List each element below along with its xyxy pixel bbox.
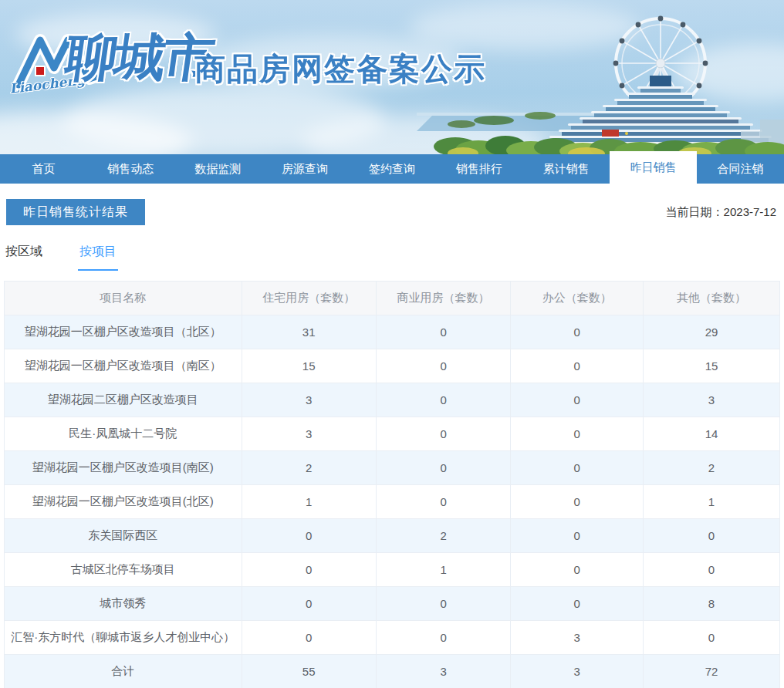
cell-other-units: 15 — [644, 349, 780, 383]
cell-project-name: 望湖花园一区棚户区改造项目(北区) — [5, 485, 242, 519]
cell-commercial-units: 0 — [376, 451, 510, 485]
cell-commercial-units: 0 — [376, 485, 510, 519]
nav-item-data-monitor[interactable]: 数据监测 — [174, 154, 262, 184]
cell-other-units: 29 — [644, 315, 780, 349]
cell-other-units: 0 — [644, 621, 780, 655]
cell-project-name: 古城区北停车场项目 — [5, 553, 242, 587]
table-row: 城市领秀 0 0 0 8 — [5, 587, 780, 621]
cell-commercial-units: 0 — [376, 621, 510, 655]
cell-residential-units: 55 — [242, 655, 376, 688]
current-date: 当前日期：2023-7-12 — [666, 205, 778, 220]
cell-residential-units: 2 — [242, 451, 376, 485]
nav-item-label: 销售动态 — [107, 162, 154, 177]
banner-title: 商品房网签备案公示 — [194, 48, 486, 90]
column-header: 办公（套数） — [511, 282, 644, 315]
cell-residential-units: 15 — [242, 349, 376, 383]
column-header: 其他（套数） — [644, 282, 780, 315]
yesterday-sales-table: 项目名称 住宅用房（套数） 商业用房（套数） 办公（套数） 其他（套数） 望湖花… — [4, 281, 780, 688]
nav-item-label: 累计销售 — [543, 162, 590, 177]
current-date-label: 当前日期： — [666, 205, 724, 218]
cell-commercial-units: 0 — [376, 417, 510, 451]
cell-project-name: 民生·凤凰城十二号院 — [5, 417, 242, 451]
header-banner: Liaocheng 聊城市 商品房网签备案公示 — [0, 0, 784, 154]
nav-item-contract-cancel[interactable]: 合同注销 — [697, 154, 784, 184]
cell-project-name: 望湖花园二区棚户区改造项目 — [5, 383, 242, 417]
tab-by-region[interactable]: 按区域 — [4, 244, 44, 271]
cell-other-units: 3 — [644, 383, 780, 417]
nav-item-sales-ranking[interactable]: 销售排行 — [435, 154, 522, 184]
cell-residential-units: 3 — [242, 417, 376, 451]
cell-other-units: 1 — [644, 485, 780, 519]
table-row: 望湖花园一区棚户区改造项目(北区) 1 0 0 1 — [5, 485, 780, 519]
nav-item-signing-query[interactable]: 签约查询 — [349, 154, 436, 184]
cell-project-name: 望湖花园一区棚户区改造项目(南区) — [5, 451, 242, 485]
table-row: 望湖花园一区棚户区改造项目(南区) 2 0 0 2 — [5, 451, 780, 485]
cell-residential-units: 0 — [242, 621, 376, 655]
cell-office-units: 0 — [511, 451, 644, 485]
cell-project-name: 望湖花园一区棚户区改造项目（北区） — [5, 315, 242, 349]
nav-item-label: 数据监测 — [194, 162, 241, 177]
nav-item-label: 房源查询 — [282, 162, 328, 177]
nav-item-home[interactable]: 首页 — [0, 154, 87, 184]
cell-residential-units: 0 — [242, 587, 376, 621]
cell-office-units: 0 — [511, 349, 644, 383]
cell-commercial-units: 3 — [376, 655, 510, 688]
page-head: 昨日销售统计结果 当前日期：2023-7-12 — [6, 199, 778, 225]
logo-city-text: 聊城市 — [62, 26, 216, 88]
column-header: 住宅用房（套数） — [242, 282, 376, 315]
cell-other-units: 0 — [644, 519, 780, 553]
nav-item-total-sales[interactable]: 累计销售 — [522, 154, 610, 184]
cell-other-units: 14 — [644, 417, 780, 451]
sales-table-wrap: 项目名称 住宅用房（套数） 商业用房（套数） 办公（套数） 其他（套数） 望湖花… — [4, 281, 780, 688]
main-nav: 首页 销售动态 数据监测 房源查询 签约查询 销售排行 累计销售 昨日销售 合同… — [0, 154, 784, 184]
cell-residential-units: 3 — [242, 383, 376, 417]
cell-office-units: 0 — [511, 553, 644, 587]
cell-residential-units: 31 — [242, 315, 376, 349]
cell-project-name: 望湖花园一区棚户区改造项目（南区） — [5, 349, 242, 383]
cell-office-units: 0 — [511, 417, 644, 451]
cell-project-name: 东关国际西区 — [5, 519, 242, 553]
table-row: 望湖花园二区棚户区改造项目 3 0 0 3 — [5, 383, 780, 417]
cell-office-units: 0 — [511, 315, 644, 349]
table-header-row: 项目名称 住宅用房（套数） 商业用房（套数） 办公（套数） 其他（套数） — [5, 282, 780, 315]
cell-commercial-units: 0 — [376, 587, 510, 621]
section-title: 昨日销售统计结果 — [6, 199, 145, 225]
cell-other-units: 8 — [644, 587, 780, 621]
column-header: 项目名称 — [5, 282, 242, 315]
current-date-value: 2023-7-12 — [724, 205, 776, 218]
table-row: 古城区北停车场项目 0 1 0 0 — [5, 553, 780, 587]
cell-office-units: 0 — [511, 383, 644, 417]
nav-item-listing-query[interactable]: 房源查询 — [262, 154, 349, 184]
table-row: 望湖花园一区棚户区改造项目（南区） 15 0 0 15 — [5, 349, 780, 383]
nav-item-yesterday-sales[interactable]: 昨日销售 — [610, 151, 697, 184]
cell-office-units: 0 — [511, 485, 644, 519]
cell-commercial-units: 0 — [376, 315, 510, 349]
nav-item-sales-trends[interactable]: 销售动态 — [87, 154, 174, 184]
cell-office-units: 3 — [511, 655, 644, 688]
cell-project-name: 汇智·东方时代（聊城市返乡人才创业中心） — [5, 621, 242, 655]
tab-by-project[interactable]: 按项目 — [78, 244, 118, 271]
cell-commercial-units: 0 — [376, 383, 510, 417]
cell-other-units: 2 — [644, 451, 780, 485]
cell-other-units: 72 — [644, 655, 780, 688]
nav-item-label: 昨日销售 — [630, 160, 677, 175]
cell-office-units: 3 — [511, 621, 644, 655]
cell-residential-units: 1 — [242, 485, 376, 519]
table-row: 汇智·东方时代（聊城市返乡人才创业中心） 0 0 3 0 — [5, 621, 780, 655]
cell-office-units: 0 — [511, 519, 644, 553]
cell-residential-units: 0 — [242, 519, 376, 553]
table-row: 东关国际西区 0 2 0 0 — [5, 519, 780, 553]
cell-project-name: 合计 — [5, 655, 242, 688]
nav-item-label: 销售排行 — [456, 162, 502, 177]
view-tabs: 按区域 按项目 — [0, 244, 784, 271]
column-header: 商业用房（套数） — [376, 282, 510, 315]
cell-project-name: 城市领秀 — [5, 587, 242, 621]
table-row: 民生·凤凰城十二号院 3 0 0 14 — [5, 417, 780, 451]
cell-office-units: 0 — [511, 587, 644, 621]
cell-commercial-units: 1 — [376, 553, 510, 587]
cell-commercial-units: 2 — [376, 519, 510, 553]
cell-residential-units: 0 — [242, 553, 376, 587]
nav-item-label: 合同注销 — [718, 162, 764, 177]
table-row: 合计 55 3 3 72 — [5, 655, 780, 688]
cell-commercial-units: 0 — [376, 349, 510, 383]
